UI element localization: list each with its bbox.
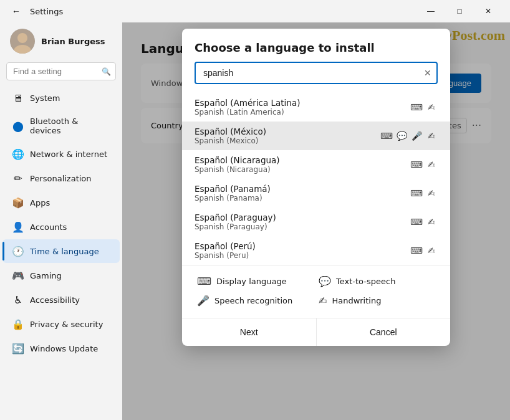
handwriting-icon: ✍ bbox=[425, 160, 438, 169]
display-language-icon: ⌨ bbox=[410, 160, 423, 169]
handwriting-icon: ✍ bbox=[425, 188, 438, 198]
settings-window: ← Settings — □ ✕ Brian Burgess bbox=[0, 0, 510, 420]
sidebar-nav: 🖥 System ⬤ Bluetooth & devices 🌐 Network… bbox=[0, 85, 122, 361]
handwriting-icon: ✍ bbox=[425, 246, 438, 255]
mic-icon: 🎤 bbox=[410, 131, 423, 141]
dialog-title: Choose a language to install bbox=[195, 41, 438, 54]
language-text: Español (México) Spanish (Mexico) bbox=[195, 126, 380, 145]
sidebar-item-label: Time & language bbox=[30, 247, 99, 256]
speech-icon: 💬 bbox=[395, 131, 408, 141]
sidebar-item-label: Accounts bbox=[30, 222, 67, 232]
window-title: Settings bbox=[30, 7, 63, 16]
footer-handwriting-item: ✍ Handwriting bbox=[316, 291, 438, 310]
sidebar-item-network[interactable]: 🌐 Network & internet bbox=[2, 142, 120, 166]
sidebar-item-accessibility[interactable]: ♿ Accessibility bbox=[2, 288, 120, 312]
close-button[interactable]: ✕ bbox=[474, 1, 503, 21]
footer-display-label: Display language bbox=[216, 277, 287, 286]
sidebar-item-system[interactable]: 🖥 System bbox=[2, 86, 120, 110]
sidebar-item-personalization[interactable]: ✏️ Personalization bbox=[2, 166, 120, 190]
title-bar-controls: — □ ✕ bbox=[416, 1, 503, 21]
language-icons: ⌨ ✍ bbox=[410, 246, 438, 255]
sidebar: Brian Burgess 🔍 🖥 System ⬤ Bluetooth & d… bbox=[0, 22, 122, 420]
handwriting-icon: ✍ bbox=[425, 131, 438, 141]
sidebar-item-apps[interactable]: 📦 Apps bbox=[2, 191, 120, 214]
user-name: Brian Burgess bbox=[41, 37, 105, 46]
update-icon: 🔄 bbox=[12, 343, 24, 354]
privacy-icon: 🔒 bbox=[12, 318, 24, 330]
handwriting-icon: ✍ bbox=[425, 217, 438, 227]
bluetooth-icon: ⬤ bbox=[12, 120, 24, 131]
sidebar-item-label: Apps bbox=[30, 198, 50, 208]
sidebar-item-update[interactable]: 🔄 Windows Update bbox=[2, 336, 120, 360]
footer-speech-icon: 🎤 bbox=[197, 295, 209, 307]
list-item[interactable]: Español (Nicaragua) Spanish (Nicaragua) … bbox=[182, 150, 450, 179]
language-text: Español (Perú) Spanish (Peru) bbox=[195, 241, 410, 260]
language-icons: ⌨ ✍ bbox=[410, 102, 438, 112]
sidebar-item-accounts[interactable]: 👤 Accounts bbox=[2, 215, 120, 239]
dialog-overlay: Choose a language to install ✕ Español (… bbox=[122, 22, 510, 420]
footer-display-item: ⌨ Display language bbox=[195, 272, 316, 291]
dialog-footer-icons: ⌨ Display language 💬 Text-to-speech 🎤 Sp… bbox=[182, 265, 450, 318]
content-area: Language & region Windows display langua… bbox=[122, 22, 510, 420]
list-item[interactable]: Español (América Latina) Spanish (Latin … bbox=[182, 93, 450, 122]
time-icon: 🕐 bbox=[12, 246, 24, 257]
language-text: Español (Nicaragua) Spanish (Nicaragua) bbox=[195, 155, 410, 174]
avatar bbox=[10, 29, 35, 54]
next-button[interactable]: Next bbox=[182, 318, 316, 346]
apps-icon: 📦 bbox=[12, 197, 24, 208]
display-language-icon: ⌨ bbox=[410, 246, 423, 255]
sidebar-item-label: Personalization bbox=[30, 174, 92, 183]
footer-tts-label: Text-to-speech bbox=[336, 277, 395, 286]
footer-tts-item: 💬 Text-to-speech bbox=[316, 272, 438, 291]
cancel-button[interactable]: Cancel bbox=[316, 318, 451, 346]
footer-handwriting-label: Handwriting bbox=[332, 296, 381, 305]
list-item[interactable]: Español (Paraguay) Spanish (Paraguay) ⌨ … bbox=[182, 208, 450, 236]
list-item[interactable]: Español (Perú) Spanish (Peru) ⌨ ✍ bbox=[182, 236, 450, 265]
search-clear-button[interactable]: ✕ bbox=[423, 67, 433, 79]
dialog-header: Choose a language to install ✕ bbox=[182, 29, 450, 93]
language-icons: ⌨ ✍ bbox=[410, 217, 438, 227]
footer-display-icon: ⌨ bbox=[197, 275, 211, 287]
language-search-input[interactable] bbox=[195, 62, 438, 84]
sidebar-item-bluetooth[interactable]: ⬤ Bluetooth & devices bbox=[2, 110, 120, 141]
sidebar-item-gaming[interactable]: 🎮 Gaming bbox=[2, 264, 120, 287]
display-language-icon: ⌨ bbox=[410, 188, 423, 198]
list-item[interactable]: Español (Panamá) Spanish (Panama) ⌨ ✍ bbox=[182, 179, 450, 208]
sidebar-search: 🔍 bbox=[6, 62, 116, 80]
sidebar-item-time[interactable]: 🕐 Time & language bbox=[2, 239, 120, 263]
back-button[interactable]: ← bbox=[7, 2, 25, 20]
language-icons: ⌨ ✍ bbox=[410, 160, 438, 169]
language-dialog: Choose a language to install ✕ Español (… bbox=[182, 29, 450, 346]
language-icons: ⌨ ✍ bbox=[410, 188, 438, 198]
search-input[interactable] bbox=[6, 62, 116, 80]
sidebar-item-label: Gaming bbox=[30, 271, 62, 280]
language-list: Español (América Latina) Spanish (Latin … bbox=[182, 93, 450, 265]
personalization-icon: ✏️ bbox=[12, 173, 24, 184]
accessibility-icon: ♿ bbox=[12, 294, 24, 305]
dialog-actions: Next Cancel bbox=[182, 318, 450, 346]
language-icons: ⌨ 💬 🎤 ✍ bbox=[380, 131, 438, 141]
title-bar-left: ← Settings bbox=[7, 2, 63, 20]
accounts-icon: 👤 bbox=[12, 221, 24, 232]
sidebar-item-label: System bbox=[30, 93, 60, 103]
sidebar-item-label: Privacy & security bbox=[30, 320, 103, 329]
network-icon: 🌐 bbox=[12, 148, 24, 160]
maximize-button[interactable]: □ bbox=[445, 1, 474, 21]
sidebar-item-privacy[interactable]: 🔒 Privacy & security bbox=[2, 312, 120, 336]
footer-speech-item: 🎤 Speech recognition bbox=[195, 291, 316, 310]
dialog-search: ✕ bbox=[195, 62, 438, 84]
system-icon: 🖥 bbox=[12, 92, 24, 103]
footer-speech-label: Speech recognition bbox=[214, 296, 292, 305]
sidebar-item-label: Bluetooth & devices bbox=[30, 117, 110, 135]
minimize-button[interactable]: — bbox=[416, 1, 445, 21]
language-text: Español (Panamá) Spanish (Panama) bbox=[195, 184, 410, 203]
title-bar: ← Settings — □ ✕ bbox=[0, 0, 510, 22]
sidebar-item-label: Windows Update bbox=[30, 344, 98, 353]
list-item[interactable]: Español (México) Spanish (Mexico) ⌨ 💬 🎤 … bbox=[182, 122, 450, 150]
main-layout: Brian Burgess 🔍 🖥 System ⬤ Bluetooth & d… bbox=[0, 22, 510, 420]
footer-handwriting-icon: ✍ bbox=[319, 295, 327, 307]
sidebar-item-label: Network & internet bbox=[30, 150, 107, 159]
user-profile: Brian Burgess bbox=[0, 22, 122, 62]
display-language-icon: ⌨ bbox=[410, 102, 423, 112]
display-language-icon: ⌨ bbox=[410, 217, 423, 227]
